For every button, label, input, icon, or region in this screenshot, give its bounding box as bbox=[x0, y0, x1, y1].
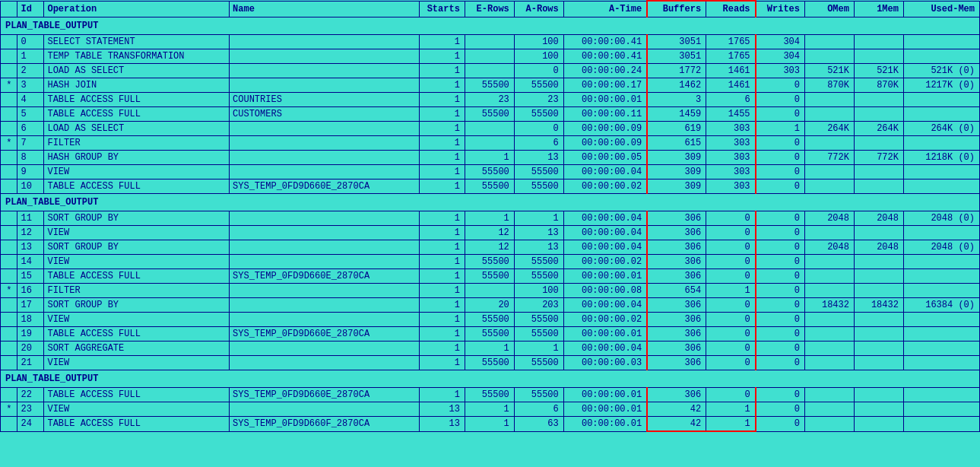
1mem-cell bbox=[854, 226, 903, 240]
arows-cell: 6 bbox=[514, 136, 563, 151]
reads-cell: 0 bbox=[706, 356, 756, 370]
star-cell bbox=[1, 327, 17, 342]
table-row: 21 VIEW1555005550000:00:00.0330600 bbox=[1, 356, 980, 370]
usedmem-cell bbox=[903, 388, 979, 402]
arows-cell: 100 bbox=[514, 49, 563, 64]
usedmem-cell: 264K (0) bbox=[903, 122, 979, 136]
table-row: 0SELECT STATEMENT110000:00:00.4130511765… bbox=[1, 35, 980, 49]
execution-plan-table: Id Operation Name Starts E-Rows A-Rows A… bbox=[0, 0, 980, 432]
table-row: 6 LOAD AS SELECT1000:00:00.096193031264K… bbox=[1, 122, 980, 136]
id-cell: 5 bbox=[17, 107, 44, 122]
usedmem-cell bbox=[903, 417, 979, 432]
id-cell: 13 bbox=[17, 240, 44, 255]
buffers-cell: 309 bbox=[647, 165, 706, 179]
reads-cell: 1 bbox=[706, 284, 756, 298]
table-row: 11 SORT GROUP BY11100:00:00.043060020482… bbox=[1, 211, 980, 226]
starts-cell: 1 bbox=[419, 388, 465, 402]
name-cell bbox=[230, 342, 420, 356]
atime-cell: 00:00:00.11 bbox=[563, 107, 647, 122]
table-row: 9 VIEW1555005550000:00:00.043093030 bbox=[1, 165, 980, 179]
table-row: 14 VIEW1555005550000:00:00.0230600 bbox=[1, 255, 980, 269]
starts-cell: 1 bbox=[419, 107, 465, 122]
erows-cell: 55500 bbox=[465, 388, 514, 402]
buffers-cell: 619 bbox=[647, 122, 706, 136]
starts-cell: 1 bbox=[419, 136, 465, 151]
buffers-cell: 3051 bbox=[647, 49, 706, 64]
buffers-cell: 309 bbox=[647, 179, 706, 194]
erows-cell bbox=[465, 284, 514, 298]
writes-cell: 0 bbox=[756, 107, 805, 122]
1mem-cell: 870K bbox=[854, 78, 903, 93]
arows-cell: 13 bbox=[514, 226, 563, 240]
omem-cell: 870K bbox=[805, 78, 855, 93]
starts-cell: 1 bbox=[419, 211, 465, 226]
arows-cell: 55500 bbox=[514, 255, 563, 269]
starts-cell: 1 bbox=[419, 342, 465, 356]
omem-cell: 18432 bbox=[805, 298, 855, 313]
id-cell: 20 bbox=[17, 342, 44, 356]
reads-cell: 0 bbox=[706, 298, 756, 313]
col-header-erows: E-Rows bbox=[465, 1, 514, 17]
reads-cell: 1765 bbox=[706, 49, 756, 64]
reads-cell: 0 bbox=[706, 226, 756, 240]
erows-cell: 1 bbox=[465, 402, 514, 417]
atime-cell: 00:00:00.04 bbox=[563, 165, 647, 179]
usedmem-cell bbox=[903, 255, 979, 269]
buffers-cell: 3051 bbox=[647, 35, 706, 49]
omem-cell bbox=[805, 165, 855, 179]
atime-cell: 00:00:00.04 bbox=[563, 298, 647, 313]
name-cell bbox=[230, 165, 420, 179]
buffers-cell: 42 bbox=[647, 417, 706, 432]
atime-cell: 00:00:00.01 bbox=[563, 402, 647, 417]
operation-cell: VIEW bbox=[44, 226, 230, 240]
reads-cell: 0 bbox=[706, 269, 756, 284]
buffers-cell: 306 bbox=[647, 269, 706, 284]
starts-cell: 1 bbox=[419, 255, 465, 269]
buffers-cell: 306 bbox=[647, 327, 706, 342]
id-cell: 21 bbox=[17, 356, 44, 370]
operation-cell: VIEW bbox=[44, 313, 230, 327]
id-cell: 14 bbox=[17, 255, 44, 269]
starts-cell: 1 bbox=[419, 313, 465, 327]
id-cell: 1 bbox=[17, 49, 44, 64]
atime-cell: 00:00:00.41 bbox=[563, 49, 647, 64]
erows-cell: 55500 bbox=[465, 313, 514, 327]
arows-cell: 55500 bbox=[514, 78, 563, 93]
operation-cell: VIEW bbox=[44, 255, 230, 269]
1mem-cell: 772K bbox=[854, 151, 903, 165]
reads-cell: 1461 bbox=[706, 64, 756, 78]
operation-cell: SORT AGGREGATE bbox=[44, 342, 230, 356]
star-cell bbox=[1, 35, 17, 49]
erows-cell bbox=[465, 122, 514, 136]
id-cell: 0 bbox=[17, 35, 44, 49]
table-row: 19 TABLE ACCESS FULLSYS_TEMP_0FD9D660E_2… bbox=[1, 327, 980, 342]
atime-cell: 00:00:00.01 bbox=[563, 269, 647, 284]
name-cell bbox=[230, 255, 420, 269]
operation-cell: FILTER bbox=[44, 136, 230, 151]
table-row: *16 FILTER110000:00:00.0865410 bbox=[1, 284, 980, 298]
atime-cell: 00:00:00.09 bbox=[563, 122, 647, 136]
usedmem-cell: 2048 (0) bbox=[903, 240, 979, 255]
arows-cell: 1 bbox=[514, 342, 563, 356]
name-cell: SYS_TEMP_0FD9D660E_2870CA bbox=[230, 388, 420, 402]
1mem-cell bbox=[854, 327, 903, 342]
name-cell bbox=[230, 402, 420, 417]
1mem-cell: 264K bbox=[854, 122, 903, 136]
omem-cell bbox=[805, 356, 855, 370]
starts-cell: 1 bbox=[419, 269, 465, 284]
erows-cell: 1 bbox=[465, 417, 514, 432]
usedmem-cell bbox=[903, 284, 979, 298]
usedmem-cell bbox=[903, 165, 979, 179]
star-cell bbox=[1, 417, 17, 432]
starts-cell: 13 bbox=[419, 402, 465, 417]
erows-cell: 55500 bbox=[465, 327, 514, 342]
usedmem-cell bbox=[903, 356, 979, 370]
buffers-cell: 3 bbox=[647, 93, 706, 107]
atime-cell: 00:00:00.04 bbox=[563, 211, 647, 226]
erows-cell: 55500 bbox=[465, 269, 514, 284]
id-cell: 24 bbox=[17, 417, 44, 432]
table-row: 15 TABLE ACCESS FULLSYS_TEMP_0FD9D660E_2… bbox=[1, 269, 980, 284]
usedmem-cell bbox=[903, 93, 979, 107]
table-row: 18 VIEW1555005550000:00:00.0230600 bbox=[1, 313, 980, 327]
reads-cell: 6 bbox=[706, 93, 756, 107]
